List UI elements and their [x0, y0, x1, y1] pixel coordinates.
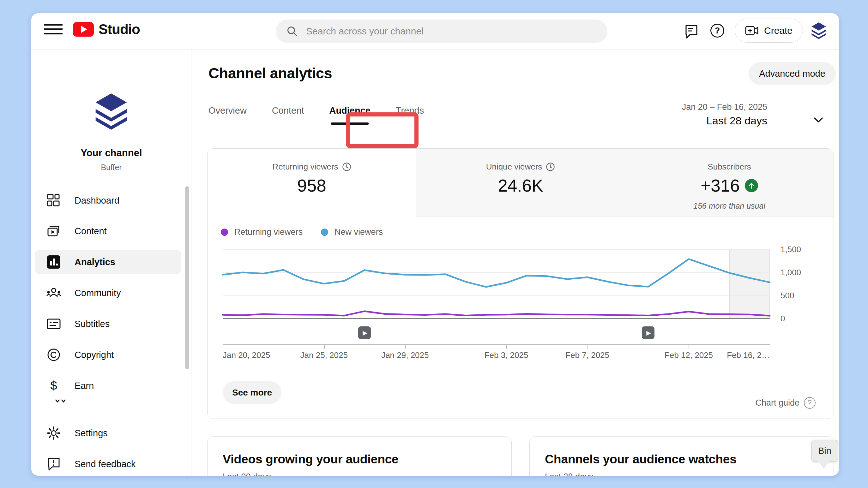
tab-content[interactable]: Content	[272, 105, 304, 127]
chart-guide-link[interactable]: Chart guide ?	[755, 397, 815, 409]
clock-icon	[342, 162, 351, 171]
channel-avatar-buffer-logo[interactable]	[93, 93, 130, 132]
help-icon[interactable]: ?	[710, 24, 724, 38]
search-input[interactable]	[306, 26, 597, 37]
legend-label: Returning viewers	[235, 227, 303, 237]
legend-item-returning-viewers[interactable]: Returning viewers	[221, 227, 303, 237]
metric-card-returning-viewers[interactable]: Returning viewers 958	[208, 149, 416, 217]
sidebar-item-community[interactable]: Community	[35, 281, 181, 305]
card-title: Videos growing your audience	[223, 452, 399, 466]
sidebar-item-send-feedback[interactable]: Send feedback	[35, 452, 181, 476]
sidebar-item-label: Settings	[74, 428, 108, 438]
youtube-studio-logo[interactable]: Studio	[73, 22, 140, 37]
play-icon: ▶	[363, 330, 367, 336]
videos-growing-audience-card[interactable]: Videos growing your audience Last 90 day…	[207, 436, 512, 476]
metric-note: 156 more than usual	[625, 201, 834, 210]
dashboard-icon	[46, 193, 61, 208]
sidebar-item-label: Dashboard	[74, 195, 119, 206]
chart-guide-label: Chart guide	[755, 398, 800, 408]
settings-icon	[46, 425, 61, 441]
account-avatar[interactable]	[810, 23, 827, 40]
advanced-mode-button[interactable]: Advanced mode	[749, 62, 836, 85]
channel-name: Buffer	[31, 163, 191, 172]
x-axis-tick	[405, 345, 406, 349]
date-range-picker[interactable]: Jan 20 – Feb 16, 2025 Last 28 days	[631, 102, 767, 127]
hamburger-menu-icon[interactable]	[44, 24, 63, 38]
sidebar-item-copyright[interactable]: Copyright	[35, 343, 181, 367]
tab-trends[interactable]: Trends	[396, 105, 424, 127]
feedback-history-icon[interactable]	[684, 24, 699, 39]
legend-item-new-viewers[interactable]: New viewers	[321, 227, 383, 237]
create-video-icon	[745, 25, 759, 37]
create-button-label: Create	[764, 25, 793, 36]
x-axis-label: Jan 20, 2025	[223, 350, 270, 360]
x-axis-label: Feb 7, 2025	[565, 350, 609, 360]
legend-dot-purple	[221, 229, 228, 236]
metric-cards-row: Returning viewers 958 Unique viewers 24.…	[208, 149, 834, 217]
earn-icon: $	[46, 378, 61, 393]
your-channel-label: Your channel	[31, 148, 191, 159]
youtube-studio-window: Studio ? Create	[31, 13, 839, 476]
sidebar-item-label: Analytics	[74, 257, 115, 267]
video-published-marker[interactable]: ▶	[642, 326, 654, 339]
trend-up-badge	[745, 179, 758, 192]
send-feedback-icon	[46, 456, 61, 471]
legend-label: New viewers	[335, 227, 383, 237]
community-icon	[46, 285, 61, 300]
card-title: Channels your audience watches	[545, 452, 737, 466]
tab-audience[interactable]: Audience	[329, 105, 371, 127]
sidebar-scrollbar[interactable]	[185, 186, 189, 369]
bin-tooltip: Bin	[811, 440, 838, 462]
x-axis-label: Jan 29, 2025	[381, 350, 429, 360]
y-axis-label: 1,000	[780, 268, 818, 277]
sidebar-item-earn[interactable]: $ Earn	[35, 374, 181, 398]
chart-legend: Returning viewers New viewers	[221, 227, 383, 237]
sidebar-item-dashboard[interactable]: Dashboard	[35, 189, 181, 213]
metric-label: Subscribers	[708, 162, 751, 172]
sidebar-item-label: Community	[74, 288, 121, 298]
clipped-menu-icon	[48, 399, 67, 404]
youtube-play-icon	[73, 22, 94, 37]
card-subtitle: Last 90 days	[223, 472, 271, 476]
y-axis-label: 1,500	[780, 245, 818, 254]
search-bar[interactable]	[276, 20, 608, 43]
clock-icon	[546, 162, 555, 171]
top-bar: Studio ? Create	[31, 13, 839, 50]
metric-label: Returning viewers	[272, 162, 338, 172]
channels-audience-watches-card[interactable]: Channels your audience watches Last 28 d…	[529, 436, 834, 476]
sidebar-item-content[interactable]: Content	[35, 219, 181, 243]
card-subtitle: Last 28 days	[545, 472, 593, 476]
search-icon	[286, 26, 298, 37]
tab-overview[interactable]: Overview	[209, 105, 247, 127]
sidebar-item-label: Send feedback	[74, 459, 135, 469]
metric-value: 958	[208, 175, 416, 196]
play-icon: ▶	[646, 330, 651, 336]
metric-card-unique-viewers[interactable]: Unique viewers 24.6K	[416, 149, 625, 217]
sidebar-item-analytics[interactable]: Analytics	[35, 250, 181, 274]
y-axis-label: 0	[780, 314, 818, 323]
create-button[interactable]: Create	[735, 19, 803, 43]
metric-value: 24.6K	[416, 175, 625, 196]
chevron-down-icon[interactable]	[812, 113, 825, 126]
analytics-icon	[46, 254, 61, 269]
x-axis-label: Feb 16, 2…	[727, 350, 770, 360]
sidebar-item-label: Earn	[74, 381, 94, 391]
page-title: Channel analytics	[209, 64, 332, 82]
sidebar-item-label: Subtitles	[74, 319, 110, 329]
content-icon	[46, 224, 61, 239]
see-more-button[interactable]: See more	[223, 381, 281, 404]
sidebar-item-settings[interactable]: Settings	[35, 421, 181, 445]
x-axis-line	[223, 345, 770, 345]
subtitles-icon	[46, 316, 61, 331]
x-axis-label: Feb 3, 2025	[485, 350, 528, 360]
metric-label: Unique viewers	[486, 162, 542, 172]
video-published-marker[interactable]: ▶	[358, 326, 371, 339]
sidebar-item-label: Content	[74, 226, 107, 236]
sidebar-item-subtitles[interactable]: Subtitles	[35, 312, 181, 336]
metric-card-subscribers[interactable]: Subscribers +316 156 more than usual	[625, 149, 834, 217]
date-range-text: Jan 20 – Feb 16, 2025	[631, 102, 767, 112]
audience-line-chart[interactable]	[223, 249, 770, 319]
x-axis-tick	[506, 345, 507, 349]
bin-tooltip-arrow	[818, 461, 829, 469]
analytics-tabs: Overview Content Audience Trends	[209, 105, 424, 127]
